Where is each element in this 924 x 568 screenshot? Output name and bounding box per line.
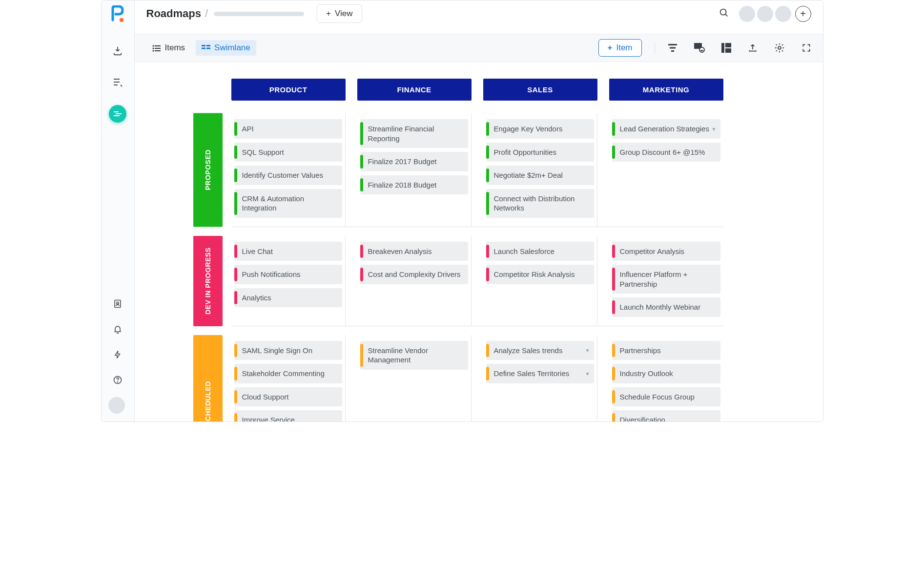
svg-rect-27 (725, 48, 731, 53)
card[interactable]: Competitor Analysis (612, 242, 720, 261)
add-collaborator-button[interactable]: + (795, 6, 811, 22)
card[interactable]: Negotiate $2m+ Deal (486, 166, 594, 185)
card[interactable]: Improve Service Performance (234, 410, 342, 421)
card-title: Influencer Platform + Partnership (619, 270, 715, 289)
card[interactable]: Partnerships (612, 341, 720, 360)
swimlane-cell[interactable]: Engage Key VendorsProfit OpportunitiesNe… (483, 113, 597, 227)
card[interactable]: CRM & Automation Integration (234, 189, 342, 218)
chevron-down-icon[interactable]: ▼ (712, 126, 717, 132)
card[interactable]: Analytics (234, 288, 342, 308)
filter-icon[interactable] (668, 43, 678, 52)
column-header-label: SALES (527, 85, 553, 94)
card-stripe (234, 367, 237, 380)
board-scroll[interactable]: PRODUCTFINANCESALESMARKETINGPROPOSEDAPIS… (135, 62, 823, 421)
card-title: Streamline Financial Reporting (367, 124, 462, 143)
add-view-button[interactable]: + View (317, 4, 362, 23)
swimlane-cell[interactable]: Launch SalesforceCompetitor Risk Analysi… (483, 236, 597, 326)
tab-swimlane-label: Swimlane (214, 43, 250, 53)
card[interactable]: Cost and Complexity Drivers (360, 265, 468, 284)
card[interactable]: SQL Support (234, 143, 342, 162)
view-toolbar: Items Swimlane + Item (135, 34, 823, 62)
svg-point-12 (152, 47, 154, 49)
swimlane-cell[interactable]: Breakeven AnalysisCost and Complexity Dr… (357, 236, 472, 326)
card[interactable]: Streamline Financial Reporting (360, 119, 468, 148)
card[interactable]: Schedule Focus Group (612, 387, 720, 407)
swimlane-cell[interactable]: Streamline Financial ReportingFinalize 2… (357, 113, 472, 227)
card-title: Define Sales Territories (493, 369, 588, 379)
card[interactable]: Launch Salesforce (486, 242, 594, 261)
rail-list-icon[interactable] (108, 74, 127, 90)
app-window: Roadmaps / + View + (101, 0, 823, 422)
card[interactable]: Define Sales Territories▼ (486, 364, 594, 383)
swimlane-cell[interactable]: Lead Generation Strategies▼Group Discoun… (609, 113, 723, 227)
card[interactable]: Competitor Risk Analysis (486, 265, 594, 284)
svg-point-10 (152, 45, 154, 46)
card-stripe (234, 413, 237, 421)
rail-user-avatar[interactable] (108, 397, 125, 414)
card[interactable]: Influencer Platform + Partnership (612, 265, 720, 294)
card[interactable]: Finalize 2017 Budget (360, 152, 468, 171)
card-title: Diversification (619, 415, 715, 421)
rail-swimlane-icon[interactable] (109, 105, 126, 123)
swimlane-cell[interactable]: SAML Single Sign OnStakeholder Commentin… (231, 335, 346, 422)
card[interactable]: Profit Opportunities (486, 143, 594, 162)
card-stripe (234, 268, 237, 281)
columns-icon[interactable] (721, 43, 731, 53)
card[interactable]: Live Chat (234, 242, 342, 261)
export-icon[interactable] (748, 43, 758, 53)
card[interactable]: Launch Monthly Webinar (612, 297, 720, 317)
card-title: CRM & Automation Integration (241, 194, 336, 213)
card-title: API (241, 124, 336, 134)
card[interactable]: Finalize 2018 Budget (360, 175, 468, 195)
card-title: Partnerships (619, 346, 715, 356)
card-stripe (234, 344, 237, 358)
card[interactable]: SAML Single Sign On (234, 341, 342, 360)
card[interactable]: Stakeholder Commenting (234, 364, 342, 383)
chevron-down-icon[interactable]: ▼ (585, 347, 590, 354)
card[interactable]: Connect with Distribution Networks (486, 189, 594, 218)
swimlane-cell[interactable]: Streamline Vendor Management (357, 335, 472, 422)
tag-link-icon[interactable] (694, 43, 705, 53)
fullscreen-icon[interactable] (801, 43, 811, 53)
tab-swimlane[interactable]: Swimlane (196, 40, 256, 56)
avatar[interactable] (739, 6, 755, 22)
column-header-label: MARKETING (643, 85, 689, 94)
card[interactable]: API (234, 119, 342, 139)
swimlane-icon (202, 44, 210, 51)
gear-icon[interactable] (774, 42, 785, 53)
card-title: Connect with Distribution Networks (493, 194, 588, 213)
tab-items[interactable]: Items (146, 40, 191, 56)
card-stripe (486, 122, 489, 136)
swimlane-cell[interactable]: Analyze Sales trends▼Define Sales Territ… (483, 335, 597, 422)
chevron-down-icon[interactable]: ▼ (585, 370, 590, 377)
card[interactable]: Streamline Vendor Management (360, 341, 468, 370)
card[interactable]: Industry Outlook (612, 364, 720, 383)
app-logo[interactable] (111, 5, 124, 23)
card[interactable]: Engage Key Vendors (486, 119, 594, 139)
card[interactable]: Identify Customer Values (234, 166, 342, 185)
rail-help-icon[interactable] (108, 372, 127, 388)
card-title: Finalize 2017 Budget (367, 157, 462, 167)
add-item-button[interactable]: + Item (598, 39, 642, 57)
card-stripe (486, 146, 489, 159)
card[interactable]: Lead Generation Strategies▼ (612, 119, 720, 139)
avatar[interactable] (757, 6, 773, 22)
rail-bolt-icon[interactable] (108, 346, 127, 363)
search-icon[interactable] (719, 7, 729, 20)
card[interactable]: Analyze Sales trends▼ (486, 341, 594, 360)
swimlane-cell[interactable]: PartnershipsIndustry OutlookSchedule Foc… (609, 335, 723, 422)
swimlane-cell[interactable]: APISQL SupportIdentify Customer ValuesCR… (231, 113, 346, 227)
swimlane-cell[interactable]: Live ChatPush NotificationsAnalytics (231, 236, 346, 326)
rail-import-icon[interactable] (108, 42, 127, 59)
card[interactable]: Group Discount 6+ @15% (612, 143, 720, 162)
rail-contacts-icon[interactable] (108, 295, 127, 312)
swimlane-cell[interactable]: Competitor AnalysisInfluencer Platform +… (609, 236, 723, 326)
card[interactable]: Breakeven Analysis (360, 242, 468, 261)
lane-label: PROPOSED (193, 113, 223, 227)
avatar[interactable] (775, 6, 791, 22)
rail-bell-icon[interactable] (108, 321, 127, 337)
card[interactable]: Push Notifications (234, 265, 342, 284)
card[interactable]: Cloud Support (234, 387, 342, 407)
list-icon (152, 44, 161, 51)
card[interactable]: Diversification (612, 410, 720, 421)
